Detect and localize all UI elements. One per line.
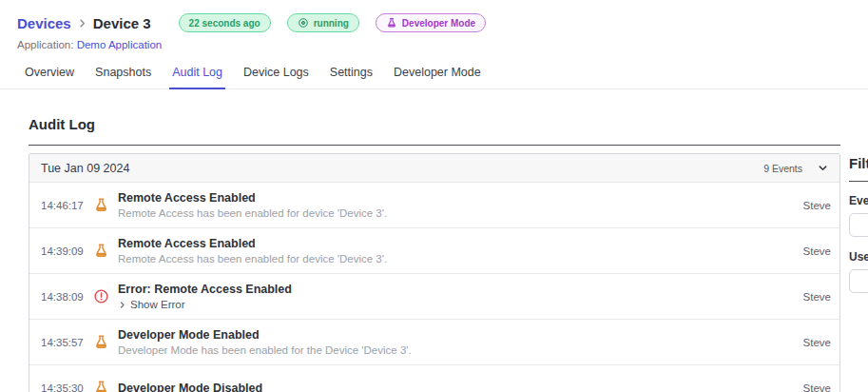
events-count: 9 Events [763, 163, 802, 174]
record-icon [298, 17, 309, 29]
tab-overview[interactable]: Overview [22, 64, 77, 89]
event-text: Remote Access Enabled Remote Access has … [118, 191, 387, 219]
time-ago-label: 22 seconds ago [189, 18, 260, 29]
flask-icon [93, 380, 109, 392]
event-title: Developer Mode Disabled [118, 382, 262, 392]
tab-snapshots[interactable]: Snapshots [92, 64, 154, 89]
running-status-badge: running [287, 13, 359, 32]
event-user: Steve [803, 382, 831, 392]
user-filter-input[interactable] [849, 269, 868, 293]
event-user: Steve [803, 291, 831, 303]
audit-row: 14:35:30 Developer Mode Disabled Steve [29, 364, 839, 392]
error-icon [93, 288, 109, 304]
event-user: Steve [803, 337, 831, 348]
audit-row: 14:46:17 Remote Access Enabled Remote Ac… [29, 182, 839, 227]
date-group-header[interactable]: Tue Jan 09 2024 9 Events [29, 154, 839, 182]
flask-icon [93, 197, 109, 213]
event-title: Developer Mode Enabled [118, 328, 412, 342]
audit-row: 14:39:09 Remote Access Enabled Remote Ac… [29, 227, 839, 273]
event-time: 14:46:17 [41, 200, 93, 211]
event-user: Steve [803, 245, 831, 257]
page-title: Audit Log [29, 116, 840, 132]
audit-row: 14:38:09 Error: Remote Access Enabled Sh… [29, 273, 839, 319]
chevron-right-icon [77, 18, 87, 29]
event-filter-label: Event [849, 194, 868, 207]
developer-mode-badge: Developer Mode [376, 13, 486, 32]
tab-device-logs[interactable]: Device Logs [241, 64, 312, 89]
event-time: 14:35:57 [41, 337, 93, 348]
event-title: Remote Access Enabled [118, 237, 387, 250]
event-description: Developer Mode has been enabled for the … [118, 344, 412, 356]
event-user: Steve [803, 200, 831, 211]
event-filter-input[interactable] [849, 213, 868, 237]
page-header: Devices Device 3 22 seconds ago running [17, 13, 854, 50]
show-error-toggle[interactable]: Show Error [118, 299, 292, 310]
event-time: 14:38:09 [41, 291, 93, 303]
breadcrumb-current-device: Device 3 [93, 15, 151, 31]
breadcrumb: Devices Device 3 22 seconds ago running [17, 13, 854, 32]
chevron-right-icon [118, 301, 126, 309]
breadcrumb-devices-link[interactable]: Devices [17, 15, 71, 31]
tab-developer-mode[interactable]: Developer Mode [391, 64, 484, 89]
event-text: Error: Remote Access Enabled Show Error [118, 283, 292, 310]
event-text: Remote Access Enabled Remote Access has … [118, 237, 387, 265]
audit-table: Tue Jan 09 2024 9 Events 14:46:17 Remote… [29, 153, 840, 392]
event-description: Remote Access has been enabled for devic… [118, 253, 387, 265]
event-title: Error: Remote Access Enabled [118, 283, 292, 296]
date-label: Tue Jan 09 2024 [41, 162, 129, 175]
flask-icon [386, 17, 397, 29]
flask-icon [93, 334, 109, 350]
filter-panel: Filter Event User [849, 147, 868, 293]
user-filter-label: User [849, 250, 868, 264]
section-divider [29, 145, 840, 146]
running-label: running [314, 18, 349, 29]
event-text: Developer Mode Disabled [118, 382, 262, 392]
filter-divider [849, 181, 868, 182]
chevron-down-icon[interactable] [818, 163, 828, 173]
show-error-label: Show Error [130, 299, 185, 310]
tab-audit-log[interactable]: Audit Log [169, 64, 225, 89]
filter-title: Filter [849, 155, 868, 171]
time-ago-badge: 22 seconds ago [179, 13, 271, 32]
event-title: Remote Access Enabled [118, 191, 387, 205]
event-time: 14:35:30 [41, 382, 93, 392]
event-description: Remote Access has been enabled for devic… [118, 207, 387, 219]
application-link[interactable]: Demo Application [77, 39, 163, 50]
tab-settings[interactable]: Settings [327, 64, 376, 89]
audit-row: 14:35:57 Developer Mode Enabled Develope… [29, 319, 839, 364]
event-time: 14:39:09 [41, 245, 93, 257]
developer-mode-label: Developer Mode [402, 18, 475, 29]
application-row: Application: Demo Application [17, 39, 854, 50]
status-badges: 22 seconds ago running Developer Mode [179, 13, 487, 32]
event-text: Developer Mode Enabled Developer Mode ha… [118, 328, 412, 356]
application-label: Application: [17, 39, 73, 50]
tab-bar: Overview Snapshots Audit Log Device Logs… [0, 64, 868, 89]
audit-log-section: Audit Log Tue Jan 09 2024 9 Events 14:46… [29, 107, 840, 392]
flask-icon [93, 243, 109, 259]
